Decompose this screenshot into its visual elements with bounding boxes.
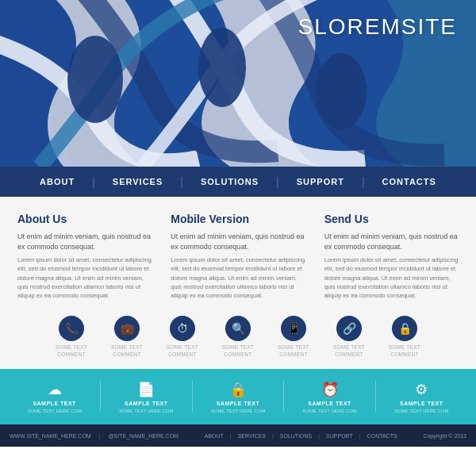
col-send-text: Lorem ipsum dolor sit amet, consectetur … [324, 255, 459, 300]
teal-divider-4 [375, 381, 376, 413]
footer-social[interactable]: @SITE_NAME_HERE.COM [109, 433, 178, 439]
icon-label-3: SOME TEXTCOMMENT [222, 344, 254, 358]
teal-divider-1 [100, 381, 101, 413]
icon-label-5: SOME TEXTCOMMENT [333, 344, 365, 358]
icon-circle-2: ⏱ [170, 316, 195, 341]
teal-text-sub-0: SOME TEXT HERE COM [27, 409, 81, 413]
icon-item-5[interactable]: 🔗 SOME TEXTCOMMENT [321, 316, 377, 358]
icon-label-0: SOME TEXTCOMMENT [56, 344, 87, 358]
footer-copyright: Copyright © 2013 [423, 433, 466, 439]
nav-contacts[interactable]: CONTACTS [365, 177, 454, 186]
icon-label-6: SOME TEXTCOMMENT [389, 344, 420, 358]
footer-nav-item-4[interactable]: CONTACTS [367, 433, 397, 439]
teal-text-main-1: SAMPLE TEXT [125, 401, 168, 406]
footer-nav-item-3[interactable]: SUPPORT [326, 433, 353, 439]
icon-item-6[interactable]: 🔒 SOME TEXTCOMMENT [377, 316, 432, 358]
teal-item-4[interactable]: ⚙ SAMPLE TEXT SOME TEXT HERE COM [390, 381, 453, 413]
icon-circle-5: 🔗 [336, 316, 362, 341]
icon-label-1: SOME TEXTCOMMENT [111, 344, 143, 358]
nav-support[interactable]: SUPPORT [279, 177, 362, 186]
teal-text-main-0: SAMPLE TEXT [33, 401, 76, 406]
col-send-title: Send Us [324, 213, 459, 225]
svg-point-2 [198, 28, 246, 107]
col-about-title: About Us [17, 213, 152, 225]
teal-icon-3: ⏰ [321, 381, 339, 398]
footer-nav-item-2[interactable]: SOLUTIONS [280, 433, 312, 439]
teal-icon-2: 🔒 [229, 381, 247, 398]
col-mobile-subtitle: Ut enim ad minim veniam, quis nostrud ea… [171, 232, 305, 251]
svg-point-3 [316, 53, 367, 129]
nav-bar: ABOUT | SERVICES | SOLUTIONS | SUPPORT |… [0, 167, 476, 197]
icon-circle-1: 💼 [114, 316, 140, 341]
teal-text-sub-2: SOME TEXT HERE COM [211, 409, 265, 413]
nav-about[interactable]: ABOUT [22, 177, 92, 186]
icon-circle-0: 📞 [59, 316, 84, 341]
teal-icon-4: ⚙ [415, 381, 428, 398]
col-send-subtitle: Ut enim ad minim veniam, quis nostrud ea… [324, 232, 459, 251]
icon-circle-6: 🔒 [392, 316, 417, 341]
teal-item-1[interactable]: 📄 SAMPLE TEXT SOME TEXT HERE COM [114, 381, 178, 413]
teal-text-sub-3: SOME TEXT HERE COM [302, 409, 356, 413]
teal-text-main-2: SAMPLE TEXT [217, 401, 260, 406]
col-mobile-title: Mobile Version [171, 213, 305, 225]
footer-nav-divider-1: | [230, 433, 232, 439]
footer-nav-divider-4: | [359, 433, 361, 439]
teal-divider-2 [192, 381, 193, 413]
teal-text-sub-1: SOME TEXT HERE COM [119, 409, 173, 413]
footer-links: WWW.SITE_NAME_HERE.COM | @SITE_NAME_HERE… [10, 433, 178, 439]
content-section: About Us Ut enim ad minim veniam, quis n… [0, 197, 476, 308]
site-title: SLOREMSITE [298, 14, 457, 40]
icon-item-1[interactable]: 💼 SOME TEXTCOMMENT [99, 316, 155, 358]
col-mobile: Mobile Version Ut enim ad minim veniam, … [161, 213, 314, 300]
nav-services[interactable]: SERVICES [95, 177, 180, 186]
svg-point-1 [67, 36, 123, 123]
icon-label-4: SOME TEXTCOMMENT [278, 344, 309, 358]
teal-item-0[interactable]: ☁ SAMPLE TEXT SOME TEXT HERE COM [23, 381, 86, 413]
teal-icon-1: 📄 [137, 381, 155, 398]
nav-solutions[interactable]: SOLUTIONS [183, 177, 276, 186]
col-about-text: Lorem ipsum dolor sit amet, consectetur … [17, 255, 152, 300]
icons-row: 📞 SOME TEXTCOMMENT 💼 SOME TEXTCOMMENT ⏱ … [0, 308, 476, 369]
icon-item-3[interactable]: 🔍 SOME TEXTCOMMENT [210, 316, 266, 358]
header: SLOREMSITE [0, 0, 476, 167]
footer-nav-item-1[interactable]: SERVICES [238, 433, 266, 439]
col-about: About Us Ut enim ad minim veniam, quis n… [8, 213, 161, 300]
footer-website[interactable]: WWW.SITE_NAME_HERE.COM [10, 433, 91, 439]
footer-nav-divider-3: | [318, 433, 320, 439]
teal-divider-3 [283, 381, 284, 413]
footer-nav: ABOUT|SERVICES|SOLUTIONS|SUPPORT|CONTACT… [205, 433, 397, 439]
icon-item-2[interactable]: ⏱ SOME TEXTCOMMENT [155, 316, 210, 358]
teal-item-2[interactable]: 🔒 SAMPLE TEXT SOME TEXT HERE COM [206, 381, 270, 413]
icon-item-0[interactable]: 📞 SOME TEXTCOMMENT [44, 316, 99, 358]
teal-text-main-4: SAMPLE TEXT [400, 401, 443, 406]
teal-icon-0: ☁ [48, 381, 62, 398]
teal-item-3[interactable]: ⏰ SAMPLE TEXT SOME TEXT HERE COM [298, 381, 362, 413]
footer-nav-item-0[interactable]: ABOUT [205, 433, 224, 439]
teal-text-main-3: SAMPLE TEXT [308, 401, 351, 406]
col-about-subtitle: Ut enim ad minim veniam, quis nostrud ea… [17, 232, 152, 251]
footer-nav-divider-2: | [272, 433, 274, 439]
teal-section: ☁ SAMPLE TEXT SOME TEXT HERE COM 📄 SAMPL… [0, 369, 476, 424]
col-send: Send Us Ut enim ad minim veniam, quis no… [315, 213, 468, 300]
icon-circle-3: 🔍 [225, 316, 251, 341]
icon-circle-4: 📱 [281, 316, 306, 341]
teal-text-sub-4: SOME TEXT HERE COM [394, 409, 448, 413]
icon-item-4[interactable]: 📱 SOME TEXTCOMMENT [266, 316, 321, 358]
col-mobile-text: Lorem ipsum dolor sit amet, consectetur … [171, 255, 305, 300]
footer: WWW.SITE_NAME_HERE.COM | @SITE_NAME_HERE… [0, 424, 476, 447]
icon-label-2: SOME TEXTCOMMENT [167, 344, 198, 358]
